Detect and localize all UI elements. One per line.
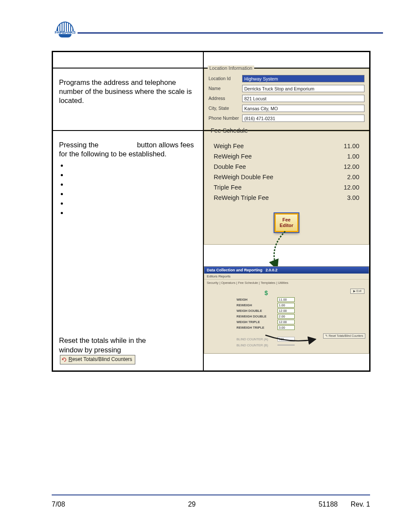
fee-editor-button[interactable]: FeeEditor: [274, 213, 299, 232]
mini-fee-row: REWEIGH DOUBLE2.00: [237, 314, 364, 319]
fee-value: 11.00: [344, 143, 359, 149]
location-field-row: NameDerricks Truck Stop and Emporium: [209, 85, 364, 92]
mini-fee-row: WEIGH11.00: [237, 297, 364, 302]
footer-rev: Rev. 1: [351, 501, 370, 508]
row2-description: Pressing the button allows fees for the …: [53, 131, 203, 224]
fee-row: Weigh Fee11.00: [214, 143, 359, 149]
inner-app-titlebar: Data Collection and Reporting 2.0.0.2: [204, 267, 369, 274]
mini-fee-label: WEIGH: [237, 298, 277, 302]
location-field-value[interactable]: Highway System: [242, 75, 364, 82]
row1-description: Programs the address and telephone numbe…: [53, 68, 203, 112]
location-field-row: City, StateKansas City, MO: [209, 105, 364, 112]
location-field-value[interactable]: Kansas City, MO: [242, 105, 364, 112]
fee-row: Double Fee12.00: [214, 163, 359, 170]
location-field-row: Location IdHighway System: [209, 75, 364, 82]
fee-label: ReWeigh Fee: [214, 153, 252, 160]
reset-arrow: [265, 332, 316, 345]
location-field-value[interactable]: 821 Locust: [242, 95, 364, 102]
fee-value: 12.00: [344, 163, 359, 170]
mini-fee-row: WEIGH TRIPLE12.00: [237, 320, 364, 324]
fee-row: ReWeigh Fee1.00: [214, 153, 359, 160]
mini-fee-value[interactable]: 2.00: [277, 314, 295, 319]
header-rule: [78, 32, 383, 34]
mini-fee-label: REWEIGH DOUBLE: [237, 314, 277, 318]
reset-totals-button[interactable]: Reset Totals/Blind Counters: [60, 355, 135, 364]
inner-app-screenshot: Data Collection and Reporting 2.0.0.2 Ed…: [204, 266, 369, 354]
mini-fee-label: WEIGH DOUBLE: [237, 309, 277, 313]
footer-date: 7/08: [52, 501, 65, 508]
location-field-row: Phone Number(816) 471-0231: [209, 115, 364, 122]
fee-label: Double Fee: [214, 163, 246, 170]
fee-value: 3.00: [347, 194, 359, 201]
mini-fee-row: WEIGH DOUBLE12.00: [237, 308, 364, 313]
footer-docnum: 51188: [318, 501, 338, 508]
fee-label: ReWeigh Double Fee: [214, 174, 273, 180]
reset-icon: [62, 358, 67, 362]
location-field-value[interactable]: Derricks Truck Stop and Emporium: [242, 85, 364, 92]
fee-schedule-legend: Fee Schedule: [209, 127, 250, 134]
location-field-label: Address: [209, 96, 242, 101]
fee-label: ReWeigh Triple Fee: [214, 194, 269, 201]
mini-fee-value[interactable]: 12.00: [277, 320, 295, 324]
fee-label: Triple Fee: [214, 184, 242, 191]
fee-row: ReWeigh Double Fee2.00: [214, 174, 359, 180]
blind-counter-b-value: [277, 345, 295, 345]
mini-fee-label: WEIGH TRIPLE: [237, 320, 277, 324]
inner-app-menu[interactable]: Editors Reports: [204, 274, 369, 280]
mini-fee-value[interactable]: 1.00: [277, 303, 295, 308]
location-field-label: Phone Number: [209, 115, 242, 121]
mini-fee-row: REWEIGH1.00: [237, 303, 364, 308]
footer-page: 29: [188, 501, 196, 508]
fee-row: Triple Fee12.00: [214, 184, 359, 191]
mini-fee-label: REWEIGH: [237, 303, 277, 307]
content-table: Programs the address and telephone numbe…: [52, 51, 371, 372]
location-field-label: Location Id: [209, 76, 242, 81]
location-field-value[interactable]: (816) 471-0231: [242, 115, 364, 122]
footer-rule: [52, 495, 370, 495]
inner-exit-button[interactable]: ▶ Exit: [350, 289, 364, 294]
mini-fee-value[interactable]: 12.00: [277, 308, 295, 313]
mini-fee-label: REWEIGH TRIPLE: [237, 326, 277, 330]
row2-bullets: [59, 161, 197, 218]
location-field-label: City, State: [209, 106, 242, 111]
location-field-label: Name: [209, 86, 242, 91]
inner-app-tabs[interactable]: Security | Operators | Fee Schedule | Te…: [204, 280, 369, 286]
fee-editor-arrow: [265, 230, 295, 269]
dollar-icon: $: [265, 289, 268, 296]
inner-reset-button[interactable]: ✎ Reset Totals/Blind Counters: [323, 333, 365, 339]
location-field-row: Address821 Locust: [209, 95, 364, 102]
row3-description: Reset the totals while in the window by …: [53, 336, 203, 370]
location-info-panel: Location Information Location IdHighway …: [204, 68, 369, 130]
fee-schedule-panel: Fee Schedule Weigh Fee11.00ReWeigh Fee1.…: [204, 131, 369, 245]
fee-editor-label: FeeEditor: [280, 217, 293, 228]
location-info-legend: Location Information: [208, 65, 254, 71]
fee-label: Weigh Fee: [214, 143, 244, 149]
mini-fee-row: REWEIGH TRIPLE3.00: [237, 325, 364, 330]
mini-fee-value[interactable]: 3.00: [277, 325, 295, 330]
fee-value: 2.00: [347, 174, 359, 180]
fee-value: 1.00: [347, 153, 359, 160]
page-footer: 7/08 29 51188 Rev. 1: [52, 501, 370, 508]
mini-fee-value[interactable]: 11.00: [277, 297, 295, 302]
fee-value: 12.00: [344, 184, 359, 191]
fee-row: ReWeigh Triple Fee3.00: [214, 194, 359, 201]
fairbanks-logo: FAIRBANKS: [52, 22, 78, 43]
